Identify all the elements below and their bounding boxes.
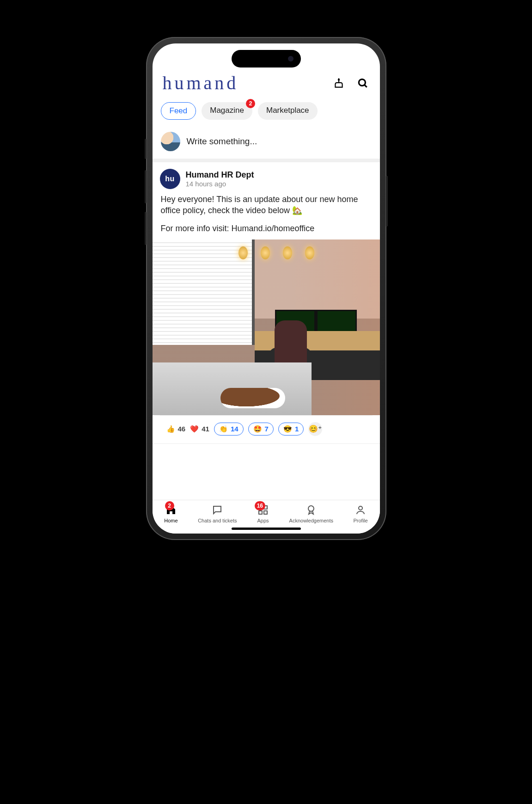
svg-point-5 <box>308 506 314 511</box>
reaction-count: 14 <box>231 425 238 433</box>
header-actions <box>332 76 370 90</box>
reaction-emoji: 👍 <box>166 425 175 433</box>
svg-rect-3 <box>259 511 262 514</box>
feed-tabs: Feed Magazine 2 Marketplace <box>153 98 380 127</box>
volume-up-button <box>145 170 147 203</box>
post-composer[interactable]: Write something... <box>153 127 380 159</box>
post-timestamp: 14 hours ago <box>186 180 254 188</box>
phone-screen: humand Feed Magazine <box>153 43 380 534</box>
composer-placeholder[interactable]: Write something... <box>187 136 372 147</box>
brand-logo: humand <box>163 72 239 94</box>
reaction-clap[interactable]: 👏 14 <box>214 423 244 436</box>
nav-label: Profile <box>354 518 368 523</box>
volume-mute-button <box>145 139 147 159</box>
author-avatar[interactable]: hu <box>160 169 180 189</box>
reaction-star-eyes[interactable]: 🤩 7 <box>248 423 274 436</box>
chat-icon <box>211 504 223 516</box>
post-media-image[interactable] <box>153 239 380 415</box>
nav-label: Chats and tickets <box>198 518 237 523</box>
tab-label: Marketplace <box>266 106 309 115</box>
award-icon <box>305 504 317 516</box>
badge: 16 <box>255 501 265 510</box>
power-button <box>386 176 388 227</box>
add-reaction-icon: 😊⁺ <box>309 424 322 433</box>
reaction-count: 41 <box>202 425 209 433</box>
reaction-count: 7 <box>265 425 269 433</box>
reaction-count: 1 <box>295 425 299 433</box>
svg-rect-4 <box>264 511 267 514</box>
badge: 2 <box>246 99 255 108</box>
tab-feed[interactable]: Feed <box>161 102 196 120</box>
reaction-cool[interactable]: 😎 1 <box>278 423 304 436</box>
author-name[interactable]: Humand HR Dept <box>186 170 254 180</box>
add-reaction-button[interactable]: 😊⁺ <box>308 422 322 436</box>
badge: 2 <box>165 501 174 510</box>
search-icon[interactable] <box>356 76 370 90</box>
tab-magazine[interactable]: Magazine 2 <box>202 102 252 120</box>
nav-label: Apps <box>257 518 269 523</box>
author-initials: hu <box>165 175 175 183</box>
birthday-icon[interactable] <box>332 76 346 90</box>
reaction-emoji: 😎 <box>283 425 292 433</box>
feed-post: hu Humand HR Dept 14 hours ago Hey every… <box>153 162 380 444</box>
dynamic-island <box>232 50 301 68</box>
reaction-emoji: ❤️ <box>190 425 199 433</box>
nav-home[interactable]: 2 Home <box>164 504 177 523</box>
home-indicator[interactable] <box>232 528 301 530</box>
reaction-heart[interactable]: ❤️ 41 <box>190 425 209 433</box>
nav-acknowledgements[interactable]: Acknowledgements <box>289 504 333 523</box>
post-body: Hey everyone! This is an update about ou… <box>160 189 373 239</box>
tab-label: Feed <box>170 106 188 115</box>
svg-point-6 <box>359 506 362 510</box>
reaction-thumbs-up[interactable]: 👍 46 <box>166 425 186 433</box>
divider <box>153 159 380 162</box>
post-text-line: Hey everyone! This is an update about ou… <box>161 194 372 216</box>
profile-icon <box>355 504 367 516</box>
reactions-bar: 👍 46 ❤️ 41 👏 14 🤩 7 😎 1 <box>160 415 373 443</box>
reaction-emoji: 👏 <box>219 425 228 433</box>
reaction-count: 46 <box>178 425 186 433</box>
volume-down-button <box>145 212 147 245</box>
user-avatar[interactable] <box>161 132 180 151</box>
nav-label: Acknowledgements <box>289 518 333 523</box>
post-header: hu Humand HR Dept 14 hours ago <box>160 169 373 189</box>
tab-label: Magazine <box>210 106 244 115</box>
post-text-line: For more info visit: Humand.io/homeoffic… <box>161 223 372 234</box>
nav-label: Home <box>164 518 177 523</box>
nav-chats[interactable]: Chats and tickets <box>198 504 237 523</box>
phone-frame: humand Feed Magazine <box>146 37 386 540</box>
tab-marketplace[interactable]: Marketplace <box>258 102 318 120</box>
image-decor <box>238 246 314 259</box>
reaction-emoji: 🤩 <box>253 425 262 433</box>
nav-profile[interactable]: Profile <box>354 504 368 523</box>
nav-apps[interactable]: 16 Apps <box>257 504 269 523</box>
svg-point-0 <box>359 79 365 86</box>
image-decor <box>220 388 285 408</box>
